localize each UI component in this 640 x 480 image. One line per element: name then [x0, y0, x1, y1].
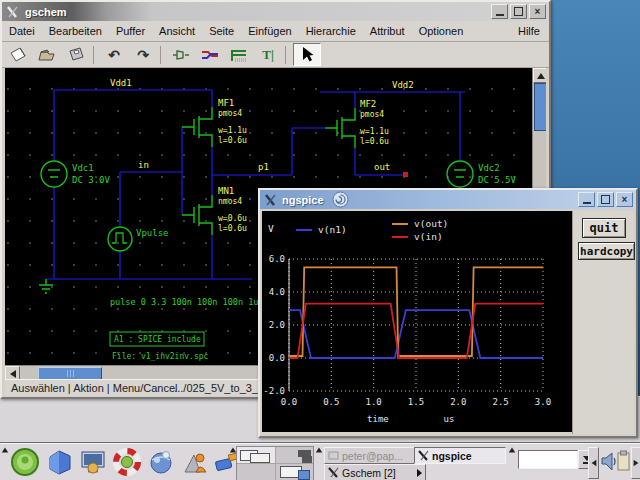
launcher-browser[interactable] — [146, 447, 176, 477]
gschem-titlebar[interactable]: gschem × — [2, 2, 549, 21]
maximize-button[interactable] — [510, 4, 527, 19]
close-button[interactable]: × — [529, 4, 546, 19]
run-command-input[interactable] — [518, 450, 578, 469]
ngspice-swirl-icon — [332, 191, 349, 208]
pager-desktop-3[interactable] — [237, 464, 275, 480]
panel-hide-button[interactable] — [631, 447, 640, 479]
gschem-window-title: gschem — [25, 6, 67, 18]
save-file-button[interactable] — [63, 44, 89, 65]
vdc2-symbol — [447, 161, 473, 187]
menu-hilfe[interactable]: Hilfe — [509, 23, 549, 39]
redo-button[interactable]: ↷ — [130, 44, 156, 65]
menu-hierarchie[interactable]: Hierarchie — [299, 23, 363, 39]
suse-geeko-icon — [10, 447, 40, 477]
pager-desktop-1[interactable] — [237, 447, 275, 463]
close-button[interactable]: × — [616, 192, 633, 207]
svg-text:-2.0: -2.0 — [263, 386, 285, 396]
pager-desktop-4[interactable] — [276, 464, 314, 480]
ngspice-titlebar[interactable]: ngspice × — [260, 190, 636, 209]
home-folder-icon — [44, 447, 74, 477]
menu-einfuegen[interactable]: Einfügen — [241, 23, 298, 39]
menu-ansicht[interactable]: Ansicht — [152, 23, 202, 39]
presenter-icon — [180, 447, 210, 477]
scroll-up-button[interactable] — [533, 68, 546, 83]
svg-text:time: time — [367, 414, 389, 424]
desktop-pager[interactable] — [236, 446, 314, 480]
vdc1-symbol — [41, 161, 67, 187]
select-arrow-icon — [299, 46, 315, 63]
spice-include-label: A1 : SPICE include — [114, 335, 201, 344]
launcher-terminal[interactable] — [78, 447, 108, 477]
vpulse-symbol — [108, 227, 132, 251]
menu-datei[interactable]: Datei — [2, 23, 42, 39]
add-net-button[interactable] — [197, 44, 223, 65]
undo-button[interactable]: ↶ — [101, 44, 127, 65]
pager-desktop-2[interactable] — [276, 447, 314, 463]
add-component-button[interactable] — [168, 44, 194, 65]
vdc1-ref: Vdc1 — [72, 163, 94, 173]
pulse-params-text: pulse 0 3.3 100n 100n 100n 1u 2u — [110, 297, 274, 307]
panel-handle-arrow[interactable] — [1, 447, 9, 453]
clipboard-icon — [617, 450, 630, 474]
terminal-monitor-icon — [78, 447, 108, 477]
vdc1-plates — [48, 170, 60, 177]
ngspice-body: V v(n1) v(out) v(in) 0.00.51.01.52.02.53… — [262, 211, 634, 434]
launcher-help[interactable] — [112, 447, 142, 477]
save-floppy-icon — [66, 46, 86, 64]
mf2-model: pmos4 — [360, 110, 384, 119]
minimize-button[interactable] — [578, 192, 595, 207]
gschem-menubar: Datei Bearbeiten Puffer Ansicht Seite Ei… — [2, 21, 549, 42]
menu-attribut[interactable]: Attribut — [363, 23, 412, 39]
vdc2-value: DC 5.5V — [478, 175, 517, 185]
svg-text:2.5: 2.5 — [493, 397, 509, 407]
maximize-button[interactable] — [597, 192, 614, 207]
vdc2-ref: Vdc2 — [478, 163, 500, 173]
undo-icon: ↶ — [108, 48, 120, 62]
svg-text:4.0: 4.0 — [269, 287, 285, 297]
spice-include-file: File: v1_inv2inv.spc — [112, 352, 209, 361]
mn1-model: nmos4 — [218, 197, 242, 206]
hardcopy-button[interactable]: hardcopy — [578, 242, 635, 260]
taskbar-window-konsole[interactable]: peter@pap... — [324, 447, 420, 464]
systray-klipper[interactable] — [617, 450, 630, 474]
ngspice-side-panel: quit hardcopy — [572, 211, 634, 434]
launcher-office[interactable] — [180, 447, 210, 477]
ground-symbol — [39, 279, 53, 293]
quit-button[interactable]: quit — [582, 218, 626, 238]
svg-text:1.5: 1.5 — [408, 397, 424, 407]
svg-text:0.5: 0.5 — [323, 397, 339, 407]
net-label-p1: p1 — [258, 162, 269, 172]
svg-text:2.0: 2.0 — [450, 397, 466, 407]
minimize-button[interactable] — [491, 4, 508, 19]
launcher-suse-menu[interactable] — [10, 447, 40, 477]
component-plug-icon — [171, 47, 191, 63]
systray-volume[interactable] — [600, 450, 618, 474]
new-file-button[interactable] — [5, 44, 31, 65]
taskbar-window-ngspice[interactable]: ngspice — [414, 447, 506, 464]
mf2-ref: MF2 — [360, 99, 376, 109]
tasklist-handle-arrow[interactable] — [315, 447, 323, 453]
gschem-toolbar: ↶ ↷ T| — [2, 42, 549, 68]
menu-bearbeiten[interactable]: Bearbeiten — [42, 23, 109, 39]
menu-puffer[interactable]: Puffer — [109, 23, 152, 39]
svg-text:6.0: 6.0 — [269, 254, 285, 264]
x11-logo-icon — [328, 467, 339, 478]
select-tool-button[interactable] — [293, 43, 321, 66]
add-text-button[interactable]: T| — [255, 44, 281, 65]
menu-seite[interactable]: Seite — [202, 23, 241, 39]
run-handle-arrow[interactable] — [508, 447, 516, 453]
menu-optionen[interactable]: Optionen — [412, 23, 471, 39]
vdc2-plates — [454, 170, 466, 177]
add-bus-button[interactable] — [226, 44, 252, 65]
mf1-model: pmos4 — [218, 109, 242, 118]
vscroll-thumb[interactable] — [534, 83, 546, 131]
launcher-home[interactable] — [44, 447, 74, 477]
taskbar-window-gschem[interactable]: Gschem [2] — [324, 464, 426, 480]
svg-text:3.0: 3.0 — [535, 397, 551, 407]
open-file-button[interactable] — [34, 44, 60, 65]
mf1-width: w=1.1u — [218, 126, 247, 135]
text-tool-icon: T| — [262, 47, 274, 63]
bus-icon — [229, 47, 249, 63]
net-label-in: in — [138, 160, 149, 170]
systray-scroll-left-button[interactable] — [588, 447, 599, 479]
